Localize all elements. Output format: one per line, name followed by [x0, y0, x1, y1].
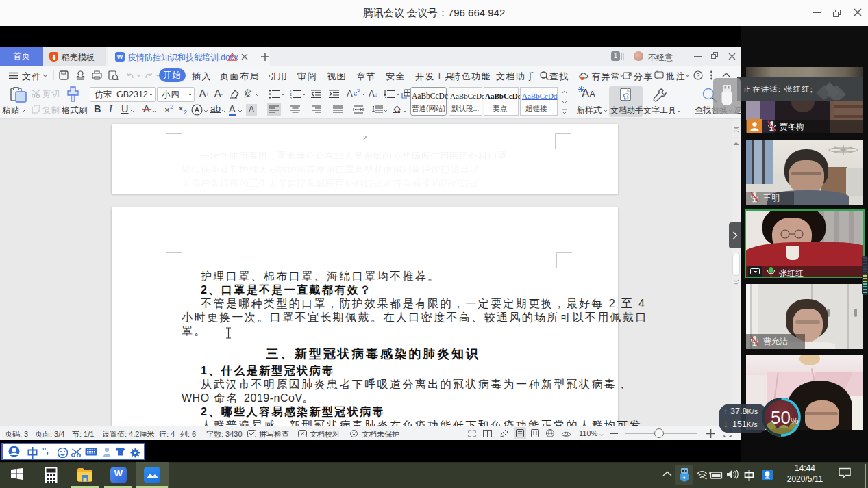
svg-text:50: 50	[771, 407, 791, 428]
svg-text:%: %	[791, 415, 799, 426]
svg-text:3: 3	[290, 96, 292, 99]
svg-text:?: ?	[697, 72, 700, 79]
